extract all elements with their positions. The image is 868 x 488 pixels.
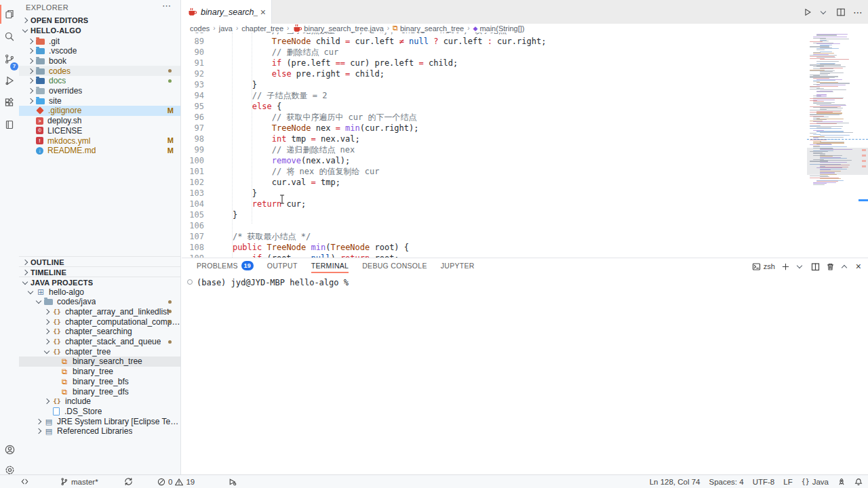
sidebar-divider[interactable] <box>180 0 181 474</box>
activity-item-search[interactable] <box>0 26 19 47</box>
code-line-96[interactable]: 96 // 获取中序遍历中 cur 的下一个结点 <box>182 112 807 123</box>
panel-tab-output[interactable]: OUTPUT <box>267 258 298 273</box>
section-hello-algo[interactable]: HELLO-ALGO <box>19 25 183 35</box>
file-row-README-md[interactable]: ↓README.mdM <box>19 146 180 156</box>
breadcrumb-item-5[interactable]: ◆main(String[]) <box>473 24 524 33</box>
status-cursor-position[interactable]: Ln 128, Col 74 <box>650 478 701 486</box>
split-terminal-button[interactable] <box>811 262 820 271</box>
code-line-95[interactable]: 95 else { <box>182 101 807 112</box>
status-language-mode[interactable]: {}Java <box>802 478 829 486</box>
breadcrumb-item-2[interactable]: chapter_tree <box>241 24 283 33</box>
terminal-shell-select[interactable]: zsh <box>752 262 775 271</box>
code-line-109[interactable]: 109 if (root == null) return root; <box>182 253 807 258</box>
file-row-codes[interactable]: codes <box>19 66 180 76</box>
activity-item-explorer[interactable] <box>0 4 19 24</box>
panel-tab-jupyter[interactable]: JUPYTER <box>441 258 475 273</box>
section-timeline[interactable]: TIMELINE <box>19 267 183 277</box>
status-indentation[interactable]: Spaces: 4 <box>709 478 743 486</box>
java-tree--DS-Store[interactable]: .DS_Store <box>19 406 180 416</box>
panel-tab-debug-console[interactable]: DEBUG CONSOLE <box>362 258 427 273</box>
status-encoding[interactable]: UTF-8 <box>753 478 775 486</box>
editor-more-actions-icon[interactable]: ⋯ <box>853 7 863 18</box>
java-tree-codes-java[interactable]: codes/java <box>19 297 180 307</box>
tab-close-icon[interactable]: × <box>260 7 266 17</box>
code-line-105[interactable]: 105 } <box>182 209 807 220</box>
code-editor[interactable]: 88 // 当子结点数量 = 0 / 1 时， child = null / 该… <box>182 33 807 258</box>
minimap-slider[interactable] <box>807 148 868 175</box>
java-tree-binary-tree-bfs[interactable]: ⧉binary_tree_bfs <box>19 376 180 386</box>
panel-tab-terminal[interactable]: TERMINAL <box>311 258 349 273</box>
breadcrumb-item-4[interactable]: ⧉binary_search_tree <box>393 24 464 33</box>
code-line-101[interactable]: 101 // 将 nex 的值复制给 cur <box>182 166 807 177</box>
code-line-94[interactable]: 94 // 子结点数量 = 2 <box>182 90 807 101</box>
new-terminal-button[interactable] <box>781 262 790 271</box>
java-tree-chapter-array-and-linkedlist[interactable]: {}chapter_array_and_linkedlist <box>19 306 180 317</box>
section-open-editors[interactable]: OPEN EDITORS <box>19 15 183 25</box>
file-row--git[interactable]: .git <box>19 36 180 46</box>
code-line-99[interactable]: 99 // 递归删除结点 nex <box>182 144 807 155</box>
file-row-docs[interactable]: docs <box>19 76 180 86</box>
code-line-104[interactable]: 104 return cur; <box>182 199 807 209</box>
code-line-97[interactable]: 97 TreeNode nex = min(cur.right); <box>182 123 807 134</box>
kill-terminal-button[interactable] <box>826 262 835 271</box>
file-row-LICENSE[interactable]: ©LICENSE <box>19 125 180 136</box>
java-tree-binary-search-tree[interactable]: ⧉binary_search_tree <box>19 357 180 367</box>
status-errors[interactable]: 019 <box>157 475 195 488</box>
java-tree-hello-algo[interactable]: ⊞hello-algo <box>19 287 180 297</box>
run-java-button[interactable] <box>803 7 812 17</box>
code-line-98[interactable]: 98 int tmp = nex.val; <box>182 134 807 144</box>
java-tree-chapter-computational-comple[interactable]: {}chapter_computational_complexity <box>19 317 180 327</box>
code-line-106[interactable]: 106 <box>182 220 807 231</box>
minimap[interactable] <box>807 33 856 236</box>
status-notifications[interactable] <box>854 478 863 486</box>
java-tree-chapter-tree[interactable]: {}chapter_tree <box>19 346 180 357</box>
activity-item-account[interactable] <box>0 439 19 460</box>
status-run-status[interactable] <box>228 475 237 488</box>
breadcrumb-item-0[interactable]: codes <box>190 24 210 33</box>
activity-item-notebook[interactable] <box>0 115 19 135</box>
code-line-107[interactable]: 107 /* 获取最小结点 */ <box>182 231 807 242</box>
file-row-overrides[interactable]: overrides <box>19 86 180 96</box>
panel-tab-problems[interactable]: PROBLEMS19 <box>197 258 254 273</box>
run-dropdown-icon[interactable] <box>821 8 826 14</box>
maximize-panel-icon[interactable] <box>842 264 847 270</box>
status-git-branch[interactable]: master* <box>60 475 98 488</box>
java-tree-JRE-System-Library--Eclipse-[interactable]: ▤JRE System Library [Eclipse Temurin 17 … <box>19 416 180 426</box>
java-tree-chapter-searching[interactable]: {}chapter_searching <box>19 327 180 337</box>
code-line-93[interactable]: 93 } <box>182 79 807 90</box>
close-panel-icon[interactable]: × <box>856 261 861 272</box>
code-line-89[interactable]: 89 TreeNode child = cur.left ≠ null ? cu… <box>182 36 807 47</box>
activity-item-source-control[interactable]: 7 <box>0 49 19 69</box>
breadcrumb-item-1[interactable]: java <box>219 24 233 33</box>
status-remote-indicator[interactable] <box>20 475 29 488</box>
status-eol[interactable]: LF <box>783 478 792 486</box>
file-row-mkdocs-yml[interactable]: !mkdocs.ymlM <box>19 136 180 146</box>
java-tree-Referenced-Libraries[interactable]: ▤Referenced Libraries <box>19 426 180 436</box>
status-sync[interactable] <box>124 475 133 488</box>
status-java-server-mode[interactable] <box>837 478 846 486</box>
explorer-more-actions-icon[interactable]: ⋯ <box>162 1 171 11</box>
file-row-site[interactable]: site <box>19 96 180 106</box>
breadcrumb-item-3[interactable]: binary_search_tree.java <box>292 24 383 33</box>
code-line-90[interactable]: 90 // 删除结点 cur <box>182 47 807 58</box>
activity-item-extensions[interactable] <box>0 92 19 113</box>
java-tree-binary-tree-dfs[interactable]: ⧉binary_tree_dfs <box>19 386 180 396</box>
section-java-projects[interactable]: JAVA PROJECTS <box>19 277 183 287</box>
tab-binary-search-tree[interactable]: binary_search_tree.java × <box>182 0 272 24</box>
code-line-108[interactable]: 108 public TreeNode min(TreeNode root) { <box>182 242 807 253</box>
java-tree-binary-tree[interactable]: ⧉binary_tree <box>19 367 180 377</box>
java-tree-include[interactable]: {}include <box>19 396 180 407</box>
code-line-91[interactable]: 91 if (pre.left == cur) pre.left = child… <box>182 58 807 68</box>
terminal-prompt[interactable]: (base) jyd@JYD-MBP hello-algo % <box>197 278 349 287</box>
file-row-deploy-sh[interactable]: >deploy.sh <box>19 116 180 126</box>
code-line-103[interactable]: 103 } <box>182 188 807 199</box>
code-line-100[interactable]: 100 remove(nex.val); <box>182 155 807 166</box>
section-outline[interactable]: OUTLINE <box>19 257 183 267</box>
code-line-92[interactable]: 92 else pre.right = child; <box>182 68 807 79</box>
file-row--gitignore[interactable]: .gitignoreM <box>19 106 180 116</box>
code-line-102[interactable]: 102 cur.val = tmp; <box>182 177 807 188</box>
file-row--vscode[interactable]: .vscode <box>19 46 180 56</box>
file-row-book[interactable]: book <box>19 56 180 66</box>
java-tree-chapter-stack-and-queue[interactable]: {}chapter_stack_and_queue <box>19 337 180 347</box>
activity-item-run-and-debug[interactable] <box>0 70 19 91</box>
